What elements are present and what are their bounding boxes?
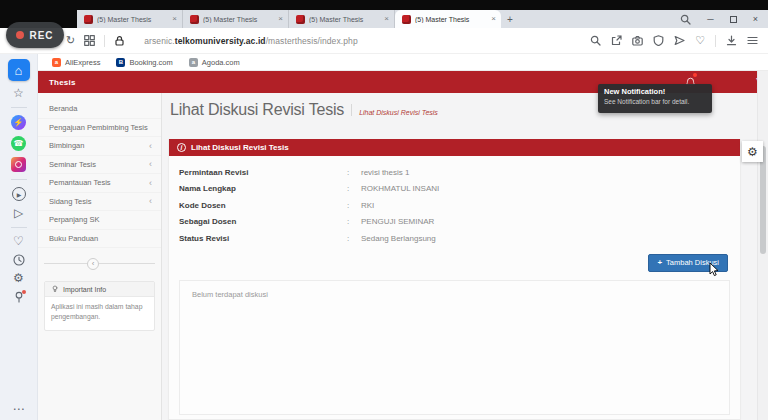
sidebar-item-pengajuan-pembimbing[interactable]: Pengajuan Pembimbing Tesis <box>38 119 161 138</box>
bookmark-agoda[interactable]: a Agoda.com <box>189 58 240 67</box>
adblock-shield-icon[interactable] <box>653 35 664 46</box>
pin-dot <box>22 290 26 294</box>
detail-row-status-revisi: Status Revisi : Sedang Berlangsung <box>179 230 730 247</box>
window-close-icon[interactable]: × <box>753 15 758 24</box>
sidebar-item-pemantauan-tesis[interactable]: Pemantauan Tesis ‹ <box>38 174 161 193</box>
bookmark-booking[interactable]: B Booking.com <box>116 58 172 67</box>
favorites-heart-icon[interactable]: ♡ <box>13 235 24 248</box>
page-heading: Lihat Diskusi Revisi Tesis Lihat Diskusi… <box>170 101 438 119</box>
browser-tab-1[interactable]: (5) Master Thesis × <box>77 10 183 28</box>
sidebar-collapse-toggle[interactable]: ‹ <box>44 258 155 270</box>
tab-search-icon[interactable] <box>680 14 691 25</box>
detail-row-permintaan-revisi: Permintaan Revisi : revisi thesis 1 <box>179 164 730 181</box>
tab-tiling-grid-icon[interactable] <box>84 35 95 46</box>
tab-title: (5) Master Thesis <box>415 16 487 23</box>
detail-row-kode-dosen: Kode Dosen : RKI <box>179 197 730 214</box>
bookmark-heart-icon[interactable]: ♡ <box>695 35 705 46</box>
instagram-icon[interactable] <box>11 157 26 172</box>
find-in-page-icon[interactable] <box>590 35 601 46</box>
new-tab-button[interactable]: + <box>501 10 519 28</box>
notification-badge <box>693 73 697 77</box>
sidebar-item-beranda[interactable]: Beranda <box>38 100 161 119</box>
page-sidebar: Beranda Pengajuan Pembimbing Tesis Bimbi… <box>38 93 162 420</box>
bookmarks-star-icon[interactable]: ☆ <box>13 87 24 100</box>
tab-strip: (5) Master Thesis × (5) Master Thesis × … <box>77 10 768 28</box>
toast-body: See Notification bar for detail. <box>604 98 706 105</box>
tab-close-icon[interactable]: × <box>491 15 496 23</box>
settings-gear-icon[interactable]: ⚙ <box>13 272 24 285</box>
downloads-icon[interactable] <box>726 35 737 46</box>
window-controls: ─ × <box>680 10 768 28</box>
pinboard-icon[interactable] <box>13 291 25 303</box>
browser-tab-4-active[interactable]: (5) Master Thesis × <box>395 10 501 28</box>
browser-side-rail: ⌂ ☆ ⚡ ☎ ▶ ▷ ♡ ⚙ ⋯ <box>0 54 38 420</box>
detail-row-sebagai-dosen: Sebagai Dosen : PENGUJI SEMINAR <box>179 214 730 231</box>
heading-divider <box>351 104 352 116</box>
important-info-body: Aplikasi ini masih dalam tahap pengemban… <box>45 297 154 330</box>
aliexpress-icon: a <box>52 58 61 67</box>
address-bar[interactable]: arsenic.telkomuniversity.ac.id/masterthe… <box>144 36 358 46</box>
url-domain: telkomuniversity.ac.id <box>175 36 266 46</box>
panel-title: Lihat Diskusi Revisi Tesis <box>191 143 289 152</box>
rail-divider <box>11 227 27 228</box>
collapse-knob-icon[interactable]: ‹ <box>87 258 99 270</box>
sidebar-item-bimbingan[interactable]: Bimbingan ‹ <box>38 137 161 156</box>
telkom-favicon <box>296 15 305 24</box>
notification-toast[interactable]: New Notification! See Notification bar f… <box>598 84 712 113</box>
home-speeddial-icon[interactable]: ⌂ <box>8 59 30 81</box>
bulb-icon <box>51 285 59 293</box>
agoda-icon: a <box>189 58 198 67</box>
share-icon[interactable] <box>611 35 622 46</box>
tab-close-icon[interactable]: × <box>278 15 283 23</box>
bookmarks-bar: a AliExpress B Booking.com a Agoda.com <box>38 54 768 71</box>
desktop-background <box>0 0 768 10</box>
screen-recording-badge[interactable]: REC <box>6 22 64 48</box>
panel-body: Permintaan Revisi : revisi thesis 1 Nama… <box>169 156 740 420</box>
messenger-icon[interactable]: ⚡ <box>11 115 26 130</box>
telkom-favicon <box>190 15 199 24</box>
sidebar-item-seminar-tesis[interactable]: Seminar Tesis ‹ <box>38 156 161 175</box>
sidebar-menu: Beranda Pengajuan Pembimbing Tesis Bimbi… <box>38 100 161 248</box>
sidebar-item-buku-panduan[interactable]: Buku Panduan <box>38 230 161 249</box>
screen: (5) Master Thesis × (5) Master Thesis × … <box>0 0 768 420</box>
sidebar-item-sidang-tesis[interactable]: Sidang Tesis ‹ <box>38 193 161 212</box>
telkom-favicon <box>84 15 93 24</box>
recording-label: REC <box>29 30 53 41</box>
whatsapp-icon[interactable]: ☎ <box>11 136 26 151</box>
telkom-favicon <box>402 15 411 24</box>
reload-icon[interactable]: ↻ <box>66 35 75 46</box>
bookmark-aliexpress[interactable]: a AliExpress <box>52 58 100 67</box>
discussion-list-empty: Belum terdapat diskusi <box>179 280 730 415</box>
webpage: Thesis ▾ New Notification! See Notificat… <box>38 71 768 420</box>
history-clock-icon[interactable] <box>13 254 25 266</box>
easy-setup-menu-icon[interactable] <box>747 35 758 46</box>
bookmark-label: Agoda.com <box>202 58 240 67</box>
chevron-left-icon: ‹ <box>149 178 152 188</box>
url-prefix: arsenic. <box>144 36 175 46</box>
control-sidebar-gear-icon[interactable]: ⚙ <box>742 141 763 162</box>
toast-title: New Notification! <box>604 87 706 96</box>
tab-close-icon[interactable]: × <box>384 15 389 23</box>
flow-send-icon[interactable] <box>674 35 685 46</box>
page-scrollbar[interactable] <box>757 71 768 420</box>
window-maximize-icon[interactable] <box>730 16 737 23</box>
browser-tab-3[interactable]: (5) Master Thesis × <box>289 10 395 28</box>
flow-icon[interactable]: ▷ <box>14 207 23 220</box>
breadcrumb: Lihat Diskusi Revisi Tesis <box>359 109 438 116</box>
window-minimize-icon[interactable]: ─ <box>707 15 713 24</box>
snapshot-camera-icon[interactable] <box>632 35 643 46</box>
plus-icon: + <box>657 259 662 266</box>
player-icon[interactable]: ▶ <box>12 187 26 201</box>
revision-discussion-panel: i Lihat Diskusi Revisi Tesis Permintaan … <box>168 139 741 420</box>
scrollbar-thumb[interactable] <box>760 146 766 254</box>
mouse-cursor <box>709 263 721 281</box>
tab-close-icon[interactable]: × <box>172 15 177 23</box>
rail-divider <box>11 179 27 180</box>
app-brand[interactable]: Thesis <box>49 78 76 87</box>
main-content: Lihat Diskusi Revisi Tesis Lihat Diskusi… <box>162 93 768 420</box>
booking-icon: B <box>116 58 125 67</box>
toolbar-divider <box>715 35 716 47</box>
rail-more-icon[interactable]: ⋯ <box>13 403 25 416</box>
browser-tab-2[interactable]: (5) Master Thesis × <box>183 10 289 28</box>
sidebar-item-perpanjang-sk[interactable]: Perpanjang SK <box>38 211 161 230</box>
